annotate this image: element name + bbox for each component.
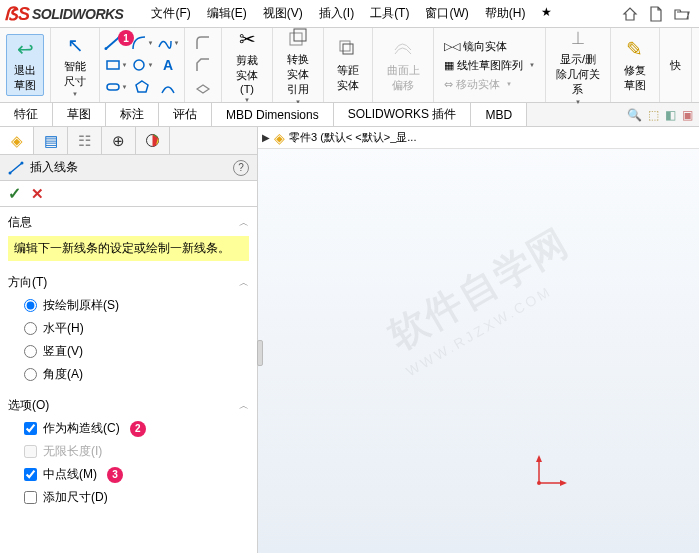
menu-window[interactable]: 窗口(W) xyxy=(417,1,476,26)
opt-midpoint[interactable]: 中点线(M) 3 xyxy=(8,463,249,486)
display-manager-tab[interactable] xyxy=(136,127,170,154)
group-fillet xyxy=(185,28,222,102)
cancel-button[interactable]: ✕ xyxy=(31,185,44,203)
point-tool-button[interactable] xyxy=(156,76,180,98)
offset-entities-button[interactable]: 等距实体 xyxy=(330,35,366,95)
fillet-button[interactable] xyxy=(191,32,215,54)
horizontal-radio[interactable] xyxy=(24,322,37,335)
menu-help[interactable]: 帮助(H) xyxy=(477,1,534,26)
annotation-badge-3: 3 xyxy=(107,467,123,483)
property-manager-tab[interactable]: ▤ xyxy=(34,127,68,154)
group-mirror-pattern: ▷◁镜向实体 ▦线性草图阵列▼ ⇔移动实体▼ xyxy=(434,28,546,102)
annotation-badge-2: 2 xyxy=(130,421,146,437)
dimxpert-tab[interactable]: ⊕ xyxy=(102,127,136,154)
offset-icon xyxy=(337,37,359,61)
slot-tool-button[interactable]: ▼ xyxy=(104,76,128,98)
convert-entities-button[interactable]: 转换实体引用 ▼ xyxy=(279,24,317,107)
group-trim: ✂ 剪裁实体(T) ▼ xyxy=(222,28,273,102)
midpoint-label: 中点线(M) xyxy=(43,466,97,483)
exit-sketch-button[interactable]: ↩ 退出草图 xyxy=(6,34,44,96)
watermark-sub-text: WWW.RJZXW.COM xyxy=(403,283,555,380)
origin-triad-icon xyxy=(529,453,569,493)
info-section: 信息 ︿ 编辑下一新线条的设定或绘制一新线条。 xyxy=(0,207,257,267)
dir-vertical[interactable]: 竖直(V) xyxy=(8,340,249,363)
tab-sw-addins[interactable]: SOLIDWORKS 插件 xyxy=(334,103,472,126)
part-icon: ◈ xyxy=(274,130,285,146)
move-icon: ⇔ xyxy=(444,78,453,91)
feature-manager-tab[interactable]: ◈ xyxy=(0,127,34,154)
angle-radio[interactable] xyxy=(24,368,37,381)
graphics-viewport[interactable]: ▶ ◈ 零件3 (默认< <默认>_显... 软件自学网 WWW.RJZXW.C… xyxy=(258,127,699,553)
config-icon: ☷ xyxy=(78,132,91,150)
annotation-badge-1: 1 xyxy=(118,30,134,46)
tab-annotate[interactable]: 标注 xyxy=(106,103,159,126)
collapse-icon: ︿ xyxy=(239,216,249,230)
linear-pattern-button[interactable]: ▦线性草图阵列▼ xyxy=(440,56,539,75)
open-doc-icon[interactable] xyxy=(673,5,691,23)
menu-tools[interactable]: 工具(T) xyxy=(362,1,417,26)
tab-sketch[interactable]: 草图 xyxy=(53,103,106,126)
circle-tool-button[interactable]: ▼ xyxy=(130,54,154,76)
info-header[interactable]: 信息 ︿ xyxy=(8,211,249,234)
part-name[interactable]: 零件3 (默认< <默认>_显... xyxy=(289,130,416,145)
chamfer-button[interactable] xyxy=(191,54,215,76)
zoom-icon[interactable]: 🔍 xyxy=(627,108,642,122)
ok-button[interactable]: ✓ xyxy=(8,184,21,203)
dir-horizontal[interactable]: 水平(H) xyxy=(8,317,249,340)
tab-evaluate[interactable]: 评估 xyxy=(159,103,212,126)
svg-point-1 xyxy=(104,47,107,50)
construction-label: 作为构造线(C) xyxy=(43,420,120,437)
dir-as-sketched[interactable]: 按绘制原样(S) xyxy=(8,294,249,317)
direction-header[interactable]: 方向(T) ︿ xyxy=(8,271,249,294)
section-view-icon[interactable]: ◧ xyxy=(665,108,676,122)
view-toolbar: 🔍 ⬚ ◧ ▣ xyxy=(627,103,699,126)
menu-star-icon[interactable]: ★ xyxy=(533,1,560,26)
pattern-label: 线性草图阵列 xyxy=(457,58,523,73)
menu-edit[interactable]: 编辑(E) xyxy=(199,1,255,26)
display-relations-button[interactable]: ⟂ 显示/删除几何关系 ▼ xyxy=(552,24,604,107)
configuration-manager-tab[interactable]: ☷ xyxy=(68,127,102,154)
construction-checkbox[interactable] xyxy=(24,422,37,435)
svg-rect-7 xyxy=(290,33,302,45)
trim-entities-button[interactable]: ✂ 剪裁实体(T) ▼ xyxy=(228,25,266,105)
menu-bar: 文件(F) 编辑(E) 视图(V) 插入(I) 工具(T) 窗口(W) 帮助(H… xyxy=(143,1,560,26)
tree-expand-icon[interactable]: ▶ xyxy=(262,132,270,143)
opt-construction[interactable]: 作为构造线(C) 2 xyxy=(8,417,249,440)
mirror-icon: ▷◁ xyxy=(444,40,460,53)
tab-mbd-dimensions[interactable]: MBD Dimensions xyxy=(212,103,334,126)
repair-sketch-button[interactable]: ✎ 修复草图 xyxy=(617,35,653,95)
smart-dimension-button[interactable]: ↖ 智能尺寸 ▼ xyxy=(57,31,93,99)
home-icon[interactable] xyxy=(621,5,639,23)
splitter-handle[interactable] xyxy=(257,340,263,366)
rectangle-tool-button[interactable]: ▼ xyxy=(104,54,128,76)
dimension-icon: ↖ xyxy=(67,33,84,57)
tab-mbd[interactable]: MBD xyxy=(471,103,527,126)
help-button[interactable]: ? xyxy=(233,160,249,176)
dir-angle[interactable]: 角度(A) xyxy=(8,363,249,386)
menu-file[interactable]: 文件(F) xyxy=(143,1,198,26)
zoom-window-icon[interactable]: ⬚ xyxy=(648,108,659,122)
add-dim-checkbox[interactable] xyxy=(24,491,37,504)
tab-features[interactable]: 特征 xyxy=(0,103,53,126)
move-entities-button: ⇔移动实体▼ xyxy=(440,75,516,94)
group-surface-offset: 曲面上偏移 xyxy=(373,28,434,102)
app-logo: ẞS SOLIDWORKS xyxy=(4,3,123,25)
as-sketched-radio[interactable] xyxy=(24,299,37,312)
line-tool-button[interactable]: ▼ 1 xyxy=(104,32,128,54)
vertical-radio[interactable] xyxy=(24,345,37,358)
spline-tool-button[interactable]: ▼ xyxy=(156,32,180,54)
quick-button[interactable]: 快 xyxy=(666,56,685,75)
main-area: ◈ ▤ ☷ ⊕ 插入线条 ? ✓ ✕ 信息 ︿ 编辑下一新线条的设定或绘制一新线… xyxy=(0,127,699,553)
appearance-icon xyxy=(145,133,160,148)
menu-insert[interactable]: 插入(I) xyxy=(311,1,362,26)
mirror-entities-button[interactable]: ▷◁镜向实体 xyxy=(440,37,511,56)
text-tool-button[interactable]: A xyxy=(156,54,180,76)
plane-tool-button[interactable] xyxy=(191,76,215,98)
menu-view[interactable]: 视图(V) xyxy=(255,1,311,26)
options-header[interactable]: 选项(O) ︿ xyxy=(8,394,249,417)
opt-add-dim[interactable]: 添加尺寸(D) xyxy=(8,486,249,509)
polygon-tool-button[interactable] xyxy=(130,76,154,98)
new-doc-icon[interactable] xyxy=(647,5,665,23)
display-style-icon[interactable]: ▣ xyxy=(682,108,693,122)
midpoint-checkbox[interactable] xyxy=(24,468,37,481)
